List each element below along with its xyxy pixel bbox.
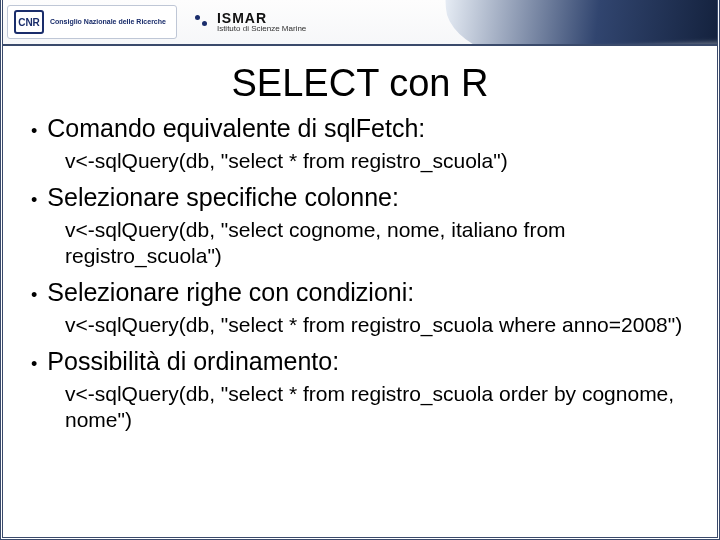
cnr-logo-box: CNR Consiglio Nazionale delle Ricerche <box>7 5 177 39</box>
list-item: • Selezionare specifiche colonne: v<-sql… <box>31 182 689 269</box>
slide-title: SELECT con R <box>3 62 717 105</box>
ismar-subtitle: Istituto di Scienze Marine <box>217 25 306 33</box>
bullet-icon: • <box>31 350 37 379</box>
list-item: • Comando equivalente di sqlFetch: v<-sq… <box>31 113 689 174</box>
list-item: • Possibilità di ordinamento: v<-sqlQuer… <box>31 346 689 433</box>
ismar-title: ISMAR <box>217 11 306 25</box>
bullet-icon: • <box>31 186 37 215</box>
ismar-dots-icon <box>191 12 211 32</box>
code-line: v<-sqlQuery(db, "select * from registro_… <box>65 148 689 174</box>
bullet-text: Possibilità di ordinamento: <box>47 346 339 377</box>
cnr-subtext: Consiglio Nazionale delle Ricerche <box>50 18 166 25</box>
cnr-logo: CNR Consiglio Nazionale delle Ricerche <box>14 10 166 34</box>
bullet-list: • Comando equivalente di sqlFetch: v<-sq… <box>31 113 689 434</box>
code-line: v<-sqlQuery(db, "select * from registro_… <box>65 312 689 338</box>
cnr-mark-icon: CNR <box>14 10 44 34</box>
slide: CNR Consiglio Nazionale delle Ricerche I… <box>0 0 720 540</box>
bullet-text: Selezionare specifiche colonne: <box>47 182 399 213</box>
bullet-icon: • <box>31 117 37 146</box>
list-item: • Selezionare righe con condizioni: v<-s… <box>31 277 689 338</box>
bullet-text: Selezionare righe con condizioni: <box>47 277 414 308</box>
header-bar: CNR Consiglio Nazionale delle Ricerche I… <box>3 0 717 46</box>
bullet-icon: • <box>31 281 37 310</box>
ismar-logo: ISMAR Istituto di Scienze Marine <box>191 11 306 33</box>
bullet-text: Comando equivalente di sqlFetch: <box>47 113 425 144</box>
code-line: v<-sqlQuery(db, "select cognome, nome, i… <box>65 217 689 270</box>
slide-body: • Comando equivalente di sqlFetch: v<-sq… <box>3 113 717 434</box>
header-swoosh-graphic <box>445 0 717 46</box>
code-line: v<-sqlQuery(db, "select * from registro_… <box>65 381 689 434</box>
